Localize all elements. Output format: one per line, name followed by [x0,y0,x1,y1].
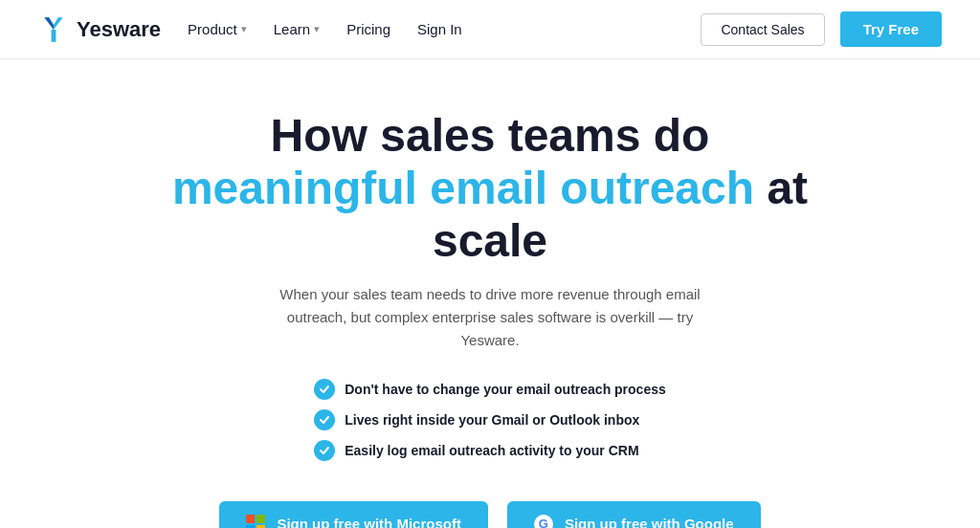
logo[interactable]: Yesware [38,14,161,45]
learn-chevron-icon: ▾ [314,23,320,35]
logo-icon [38,14,69,45]
list-item: Easily log email outreach activity to yo… [314,440,666,461]
product-chevron-icon: ▾ [241,23,247,35]
nav-product[interactable]: Product ▾ [188,21,247,37]
list-item: Don't have to change your email outreach… [314,379,666,400]
cta-buttons: Sign up free with Microsoft G Sign up fr… [38,501,942,528]
signup-microsoft-button[interactable]: Sign up free with Microsoft [219,501,488,528]
feature-checklist: Don't have to change your email outreach… [314,379,666,471]
check-icon [314,440,335,461]
check-icon [314,379,335,400]
logo-text: Yesware [77,17,161,42]
nav-pricing[interactable]: Pricing [346,21,390,37]
microsoft-icon [246,515,265,528]
svg-rect-2 [52,30,56,42]
list-item: Lives right inside your Gmail or Outlook… [314,409,666,430]
nav-learn[interactable]: Learn ▾ [274,21,320,37]
nav-signin[interactable]: Sign In [417,21,462,37]
hero-subtitle: When your sales team needs to drive more… [270,283,710,352]
check-icon [314,409,335,430]
google-icon: G [534,515,553,528]
try-free-button[interactable]: Try Free [840,11,942,47]
hero-section: How sales teams do meaningful email outr… [0,59,980,528]
hero-title: How sales teams do meaningful email outr… [155,109,825,268]
signup-google-button[interactable]: G Sign up free with Google [507,501,761,528]
contact-sales-button[interactable]: Contact Sales [701,13,824,46]
svg-marker-1 [44,17,54,30]
